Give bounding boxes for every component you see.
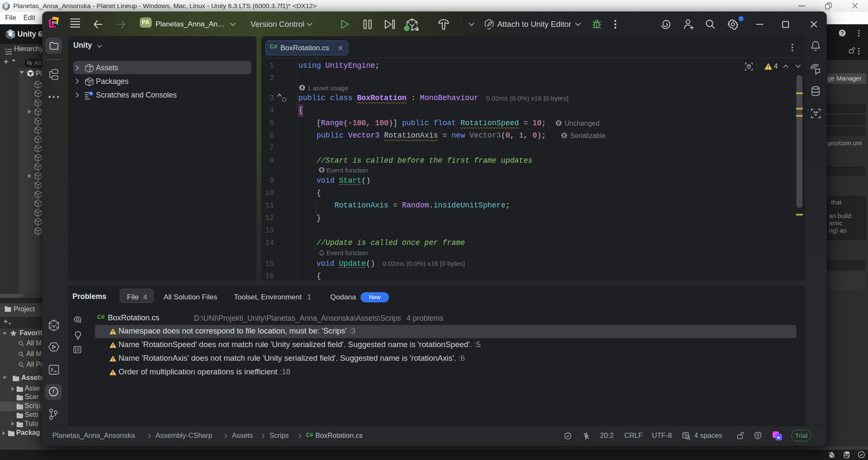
svg-text:?: ? <box>841 30 844 36</box>
